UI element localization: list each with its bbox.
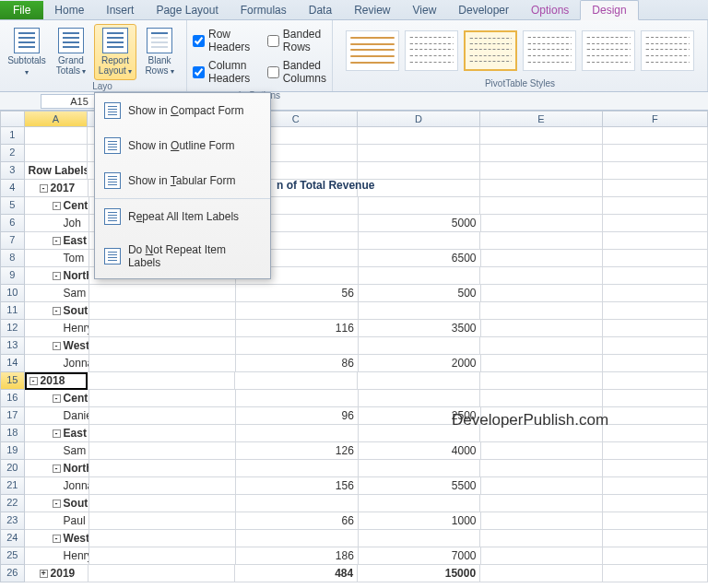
cell-a[interactable]: Henry <box>25 320 90 337</box>
cell-e[interactable] <box>480 302 603 320</box>
cell-c[interactable] <box>236 302 359 320</box>
cell-e[interactable] <box>480 197 603 215</box>
cell-a[interactable]: -South <box>25 302 89 320</box>
cell-e[interactable] <box>480 337 603 355</box>
cell-a[interactable] <box>25 127 88 145</box>
cell-d[interactable] <box>359 460 481 477</box>
style-swatch-selected[interactable] <box>464 30 517 71</box>
collapse-icon[interactable]: - <box>30 377 38 385</box>
cell-f[interactable] <box>603 425 708 442</box>
expand-icon[interactable]: + <box>40 570 48 578</box>
cell-d[interactable] <box>359 302 481 320</box>
row-header[interactable]: 19 <box>0 442 25 460</box>
tab-view[interactable]: View <box>402 1 448 19</box>
cell-f[interactable] <box>603 390 708 407</box>
style-swatch[interactable] <box>346 30 399 71</box>
cell-a[interactable]: Joh <box>25 215 90 232</box>
cell-e[interactable] <box>480 232 603 250</box>
cell-d[interactable]: 3500 <box>359 320 481 337</box>
cell-c[interactable]: 156 <box>236 477 359 495</box>
cell-e[interactable] <box>480 565 603 582</box>
col-header-e[interactable]: E <box>480 111 603 127</box>
cell-e[interactable] <box>481 320 604 337</box>
cell-e[interactable] <box>480 390 603 407</box>
cell-c[interactable] <box>236 425 359 442</box>
style-swatch[interactable] <box>523 30 576 71</box>
style-swatch[interactable] <box>582 30 635 71</box>
cell-d[interactable]: 5000 <box>359 215 481 232</box>
cell-c[interactable] <box>236 337 359 355</box>
cell-a[interactable]: -North <box>25 267 89 285</box>
cell-c[interactable] <box>236 460 359 477</box>
cell-e[interactable] <box>481 442 604 460</box>
cell-f[interactable] <box>603 460 708 477</box>
row-header[interactable]: 12 <box>0 320 25 337</box>
tab-file[interactable]: File <box>0 1 43 19</box>
cell-f[interactable] <box>603 355 708 372</box>
cell-d[interactable] <box>359 495 481 512</box>
cell-f[interactable] <box>603 495 708 512</box>
cell-a[interactable]: -2018 <box>25 372 88 390</box>
cell-a[interactable]: -West <box>25 337 89 355</box>
cell-e[interactable] <box>480 180 603 197</box>
row-header[interactable]: 8 <box>0 250 25 267</box>
col-header-d[interactable]: D <box>358 111 480 127</box>
row-header[interactable]: 6 <box>0 215 25 232</box>
cell-a[interactable]: -North <box>25 460 89 477</box>
column-headers-checkbox[interactable]: Column Headers <box>193 59 251 85</box>
cell-f[interactable] <box>603 477 708 495</box>
select-all-corner[interactable] <box>0 111 25 127</box>
cell-f[interactable] <box>603 407 708 425</box>
col-header-f[interactable]: F <box>603 111 708 127</box>
banded-columns-checkbox[interactable]: Banded Columns <box>267 59 326 85</box>
cell-f[interactable] <box>603 442 708 460</box>
tab-page-layout[interactable]: Page Layout <box>145 1 229 19</box>
cell-c[interactable]: 186 <box>236 547 359 565</box>
menu-no-repeat-labels[interactable]: Do Not Repeat Item Labels <box>95 234 270 278</box>
cell-f[interactable] <box>603 565 708 582</box>
cell-f[interactable] <box>603 530 708 547</box>
cell-f[interactable] <box>603 285 708 302</box>
cell-f[interactable] <box>603 145 708 162</box>
cell-d[interactable]: 2000 <box>359 355 481 372</box>
grand-totals-button[interactable]: GrandTotals <box>50 24 92 80</box>
cell-c[interactable]: 126 <box>236 442 359 460</box>
cell-f[interactable] <box>603 250 708 267</box>
cell-a[interactable]: -South <box>25 495 89 512</box>
tab-developer[interactable]: Developer <box>447 1 520 19</box>
cell-a[interactable]: -Centra <box>25 197 89 215</box>
cell-c[interactable] <box>236 530 359 547</box>
row-header[interactable]: 4 <box>0 180 25 197</box>
menu-show-outline[interactable]: Show in Outline Form <box>95 128 270 163</box>
cell-d[interactable] <box>358 127 480 145</box>
cell-c[interactable]: 96 <box>236 407 359 425</box>
cell-d[interactable]: 6500 <box>359 250 481 267</box>
cell-d[interactable] <box>358 162 480 180</box>
cell-e[interactable] <box>481 547 604 565</box>
cell-a[interactable]: Daniel <box>25 407 90 425</box>
report-layout-button[interactable]: ReportLayout <box>94 24 136 80</box>
cell-f[interactable] <box>603 302 708 320</box>
cell-d[interactable] <box>358 372 480 390</box>
cell-d[interactable] <box>358 180 480 197</box>
cell-d[interactable]: 1000 <box>359 512 481 530</box>
cell-f[interactable] <box>603 180 708 197</box>
cell-a[interactable]: +2019 <box>25 565 88 582</box>
cell-a[interactable]: Jonnas <box>25 477 90 495</box>
cell-e[interactable] <box>481 285 604 302</box>
tab-options[interactable]: Options <box>520 1 580 19</box>
blank-rows-button[interactable]: BlankRows <box>138 24 181 80</box>
collapse-icon[interactable]: - <box>53 465 61 473</box>
subtotals-button[interactable]: Subtotals <box>6 24 48 81</box>
style-gallery[interactable] <box>338 22 702 78</box>
collapse-icon[interactable]: - <box>53 500 61 508</box>
cell-e[interactable] <box>480 162 603 180</box>
cell-a[interactable]: Tom <box>25 250 90 267</box>
cell-f[interactable] <box>603 197 708 215</box>
row-header[interactable]: 14 <box>0 355 25 372</box>
row-header[interactable]: 10 <box>0 285 25 302</box>
row-headers-checkbox[interactable]: Row Headers <box>193 28 251 53</box>
cell-d[interactable]: 7000 <box>359 547 481 565</box>
cell-e[interactable] <box>480 267 603 285</box>
cell-d[interactable] <box>359 390 481 407</box>
